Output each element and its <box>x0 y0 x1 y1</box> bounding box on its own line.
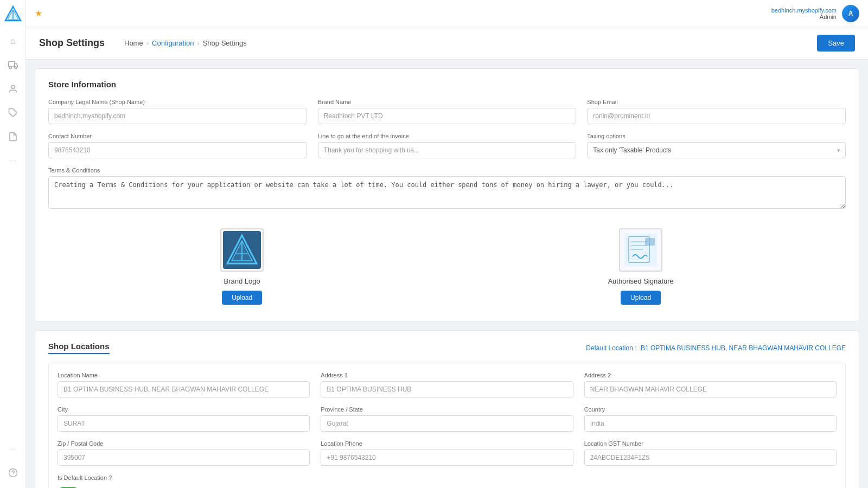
svg-point-5 <box>15 67 17 69</box>
save-button[interactable]: Save <box>817 35 855 52</box>
store-information-section: Store Information Company Legal Name (Sh… <box>35 68 859 322</box>
terms-label: Terms & Conditions <box>48 167 846 174</box>
invoice-line-group: Line to go at the end of the invoice <box>318 133 577 158</box>
form-row-2: Contact Number Line to go at the end of … <box>48 133 846 158</box>
phone-group: Location Phone <box>321 440 573 466</box>
brand-logo-preview <box>220 228 264 272</box>
breadcrumb-home[interactable]: Home <box>124 39 143 47</box>
location-name-label: Location Name <box>58 372 310 378</box>
default-location-label: Default Location : <box>586 344 636 352</box>
city-group: City <box>58 406 310 432</box>
gst-group: Location GST Number <box>584 440 837 466</box>
phone-label: Location Phone <box>321 440 573 447</box>
topbar: ★ bedhinch.myshopify.com Admin A <box>26 0 868 27</box>
zip-label: Zip / Postal Code <box>58 440 310 447</box>
taxing-group: Taxing options Tax only 'Taxable' Produc… <box>587 133 846 158</box>
address1-input[interactable] <box>321 381 573 397</box>
signature-label: Authorised Signature <box>608 277 673 285</box>
svg-point-6 <box>11 85 15 88</box>
country-group: Country <box>584 406 837 432</box>
zip-input[interactable] <box>58 450 310 466</box>
contact-number-group: Contact Number <box>48 133 307 158</box>
signature-preview <box>619 228 662 272</box>
state-input[interactable] <box>321 415 573 432</box>
shop-email-label: Shop Email <box>587 99 846 105</box>
taxing-label: Taxing options <box>587 133 846 139</box>
form-row-1: Company Legal Name (Shop Name) Brand Nam… <box>48 99 846 124</box>
user-info: bedhinch.myshopify.com Admin <box>771 7 837 20</box>
location-row-2: City Province / State Country <box>58 406 837 432</box>
invoice-line-label: Line to go at the end of the invoice <box>318 133 577 139</box>
upload-section: Brand Logo Upload <box>48 217 846 310</box>
page-header: Shop Settings Home › Configuration › Sho… <box>26 27 868 60</box>
sidebar-item-documents[interactable] <box>3 127 23 146</box>
company-name-group: Company Legal Name (Shop Name) <box>48 99 307 124</box>
signature-upload-button[interactable]: Upload <box>621 291 661 305</box>
favorite-icon[interactable]: ★ <box>35 8 42 18</box>
phone-input[interactable] <box>321 450 573 466</box>
company-name-input[interactable] <box>48 108 307 124</box>
contact-number-input[interactable] <box>48 142 307 158</box>
svg-rect-20 <box>645 238 655 246</box>
city-label: City <box>58 406 310 413</box>
default-location-toggle-group: Is Default Location ? <box>58 474 837 488</box>
page-title: Shop Settings <box>39 37 105 49</box>
default-location-question: Is Default Location ? <box>58 474 837 481</box>
shop-email-input[interactable] <box>587 108 846 124</box>
locations-header: Shop Locations Default Location : B1 OPT… <box>48 342 846 354</box>
company-name-label: Company Legal Name (Shop Name) <box>48 99 307 105</box>
terms-textarea[interactable]: Creating a Terms & Conditions for your a… <box>48 176 846 209</box>
sidebar-more-bottom[interactable]: ··· <box>3 439 23 459</box>
brand-name-group: Brand Name <box>318 99 577 124</box>
location-name-group: Location Name <box>58 372 310 397</box>
sidebar-item-help[interactable] <box>3 463 23 483</box>
address1-group: Address 1 <box>321 372 573 397</box>
sidebar-more-top[interactable]: ··· <box>3 151 23 170</box>
shop-locations-section: Shop Locations Default Location : B1 OPT… <box>35 330 859 488</box>
zip-group: Zip / Postal Code <box>58 440 310 466</box>
signature-item: Authorised Signature Upload <box>608 228 673 305</box>
brand-name-label: Brand Name <box>318 99 577 105</box>
sidebar-item-home[interactable]: ⌂ <box>3 31 23 51</box>
app-logo <box>4 5 22 23</box>
breadcrumb-sep-2: › <box>197 39 199 47</box>
form-row-3: Terms & Conditions Creating a Terms & Co… <box>48 167 846 209</box>
country-input[interactable] <box>584 415 837 432</box>
brand-logo-upload-button[interactable]: Upload <box>222 291 262 305</box>
address2-group: Address 2 <box>584 372 837 397</box>
svg-rect-3 <box>8 61 14 67</box>
country-label: Country <box>584 406 837 413</box>
sidebar-item-users[interactable] <box>3 79 23 99</box>
user-section: bedhinch.myshopify.com Admin A <box>771 5 859 22</box>
sidebar-item-tags[interactable] <box>3 103 23 123</box>
state-label: Province / State <box>321 406 573 413</box>
taxing-select[interactable]: Tax only 'Taxable' Products <box>587 142 846 158</box>
user-email: bedhinch.myshopify.com <box>771 7 837 14</box>
svg-point-4 <box>9 67 11 69</box>
brand-logo-label: Brand Logo <box>224 277 260 285</box>
gst-input[interactable] <box>584 450 837 466</box>
brand-name-input[interactable] <box>318 108 577 124</box>
location-row-1: Location Name Address 1 Address 2 <box>58 372 837 397</box>
breadcrumb-configuration[interactable]: Configuration <box>152 39 194 47</box>
contact-number-label: Contact Number <box>48 133 307 139</box>
shop-email-group: Shop Email <box>587 99 846 124</box>
address2-input[interactable] <box>584 381 837 397</box>
breadcrumb-sep-1: › <box>146 39 149 47</box>
state-group: Province / State <box>321 406 573 432</box>
avatar[interactable]: A <box>842 5 859 22</box>
address1-label: Address 1 <box>321 372 573 378</box>
city-input[interactable] <box>58 415 310 432</box>
location-form: Location Name Address 1 Address 2 <box>48 363 846 488</box>
address2-label: Address 2 <box>584 372 837 378</box>
store-information-title: Store Information <box>48 80 846 89</box>
location-name-input[interactable] <box>58 381 310 397</box>
location-row-3: Zip / Postal Code Location Phone Locatio… <box>58 440 837 466</box>
default-location-display: Default Location : B1 OPTIMA BUSINESS HU… <box>586 344 846 352</box>
sidebar-item-delivery[interactable] <box>3 55 23 75</box>
invoice-line-input[interactable] <box>318 142 577 158</box>
brand-logo-item: Brand Logo Upload <box>220 228 264 305</box>
main-content: Store Information Company Legal Name (Sh… <box>26 60 868 488</box>
gst-label: Location GST Number <box>584 440 837 447</box>
terms-group: Terms & Conditions Creating a Terms & Co… <box>48 167 846 209</box>
